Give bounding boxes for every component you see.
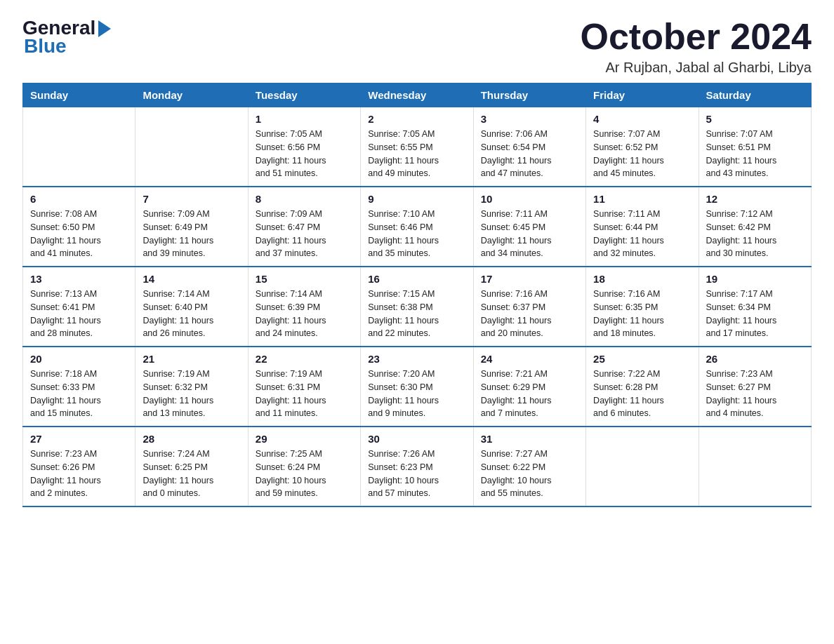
table-row: 14Sunrise: 7:14 AMSunset: 6:40 PMDayligh… xyxy=(135,267,248,347)
table-row: 28Sunrise: 7:24 AMSunset: 6:25 PMDayligh… xyxy=(135,427,248,507)
table-row: 21Sunrise: 7:19 AMSunset: 6:32 PMDayligh… xyxy=(135,347,248,427)
calendar-week-row: 27Sunrise: 7:23 AMSunset: 6:26 PMDayligh… xyxy=(23,427,812,507)
day-number: 12 xyxy=(706,193,804,205)
day-number: 28 xyxy=(143,433,240,445)
day-info: Sunrise: 7:24 AMSunset: 6:25 PMDaylight:… xyxy=(143,448,240,500)
day-number: 2 xyxy=(368,113,465,125)
day-number: 14 xyxy=(143,273,240,285)
day-info: Sunrise: 7:16 AMSunset: 6:35 PMDaylight:… xyxy=(593,288,691,340)
col-wednesday: Wednesday xyxy=(361,83,473,107)
day-number: 4 xyxy=(593,113,691,125)
day-number: 13 xyxy=(30,273,128,285)
table-row: 24Sunrise: 7:21 AMSunset: 6:29 PMDayligh… xyxy=(473,347,585,427)
calendar-week-row: 1Sunrise: 7:05 AMSunset: 6:56 PMDaylight… xyxy=(23,107,812,187)
day-number: 27 xyxy=(30,433,128,445)
day-number: 10 xyxy=(481,193,578,205)
day-number: 24 xyxy=(481,353,578,365)
day-number: 15 xyxy=(256,273,353,285)
day-info: Sunrise: 7:05 AMSunset: 6:55 PMDaylight:… xyxy=(368,128,465,180)
day-info: Sunrise: 7:09 AMSunset: 6:49 PMDaylight:… xyxy=(143,208,240,260)
table-row: 15Sunrise: 7:14 AMSunset: 6:39 PMDayligh… xyxy=(248,267,360,347)
day-number: 21 xyxy=(143,353,240,365)
day-info: Sunrise: 7:11 AMSunset: 6:45 PMDaylight:… xyxy=(481,208,578,260)
logo-blue-text: Blue xyxy=(22,35,67,58)
day-number: 29 xyxy=(256,433,353,445)
table-row: 9Sunrise: 7:10 AMSunset: 6:46 PMDaylight… xyxy=(361,187,473,267)
table-row: 29Sunrise: 7:25 AMSunset: 6:24 PMDayligh… xyxy=(248,427,360,507)
day-number: 5 xyxy=(706,113,804,125)
day-number: 1 xyxy=(256,113,353,125)
table-row: 22Sunrise: 7:19 AMSunset: 6:31 PMDayligh… xyxy=(248,347,360,427)
day-number: 16 xyxy=(368,273,465,285)
page-header: General Blue October 2024 Ar Rujban, Jab… xyxy=(22,17,812,76)
title-area: October 2024 Ar Rujban, Jabal al Gharbi,… xyxy=(581,17,812,76)
table-row: 2Sunrise: 7:05 AMSunset: 6:55 PMDaylight… xyxy=(361,107,473,187)
day-number: 17 xyxy=(481,273,578,285)
day-info: Sunrise: 7:23 AMSunset: 6:27 PMDaylight:… xyxy=(706,368,804,420)
calendar-table: Sunday Monday Tuesday Wednesday Thursday… xyxy=(22,83,812,507)
table-row: 12Sunrise: 7:12 AMSunset: 6:42 PMDayligh… xyxy=(699,187,811,267)
table-row: 18Sunrise: 7:16 AMSunset: 6:35 PMDayligh… xyxy=(586,267,699,347)
day-number: 22 xyxy=(256,353,353,365)
day-number: 9 xyxy=(368,193,465,205)
col-sunday: Sunday xyxy=(23,83,135,107)
table-row: 13Sunrise: 7:13 AMSunset: 6:41 PMDayligh… xyxy=(23,267,135,347)
table-row: 30Sunrise: 7:26 AMSunset: 6:23 PMDayligh… xyxy=(361,427,473,507)
col-friday: Friday xyxy=(586,83,699,107)
day-info: Sunrise: 7:11 AMSunset: 6:44 PMDaylight:… xyxy=(593,208,691,260)
col-thursday: Thursday xyxy=(473,83,585,107)
day-number: 6 xyxy=(30,193,128,205)
day-info: Sunrise: 7:12 AMSunset: 6:42 PMDaylight:… xyxy=(706,208,804,260)
table-row: 3Sunrise: 7:06 AMSunset: 6:54 PMDaylight… xyxy=(473,107,585,187)
day-number: 3 xyxy=(481,113,578,125)
location-text: Ar Rujban, Jabal al Gharbi, Libya xyxy=(581,60,812,76)
month-title: October 2024 xyxy=(581,17,812,57)
col-monday: Monday xyxy=(135,83,248,107)
table-row xyxy=(586,427,699,507)
day-info: Sunrise: 7:15 AMSunset: 6:38 PMDaylight:… xyxy=(368,288,465,340)
day-info: Sunrise: 7:08 AMSunset: 6:50 PMDaylight:… xyxy=(30,208,128,260)
day-info: Sunrise: 7:07 AMSunset: 6:51 PMDaylight:… xyxy=(706,128,804,180)
day-info: Sunrise: 7:10 AMSunset: 6:46 PMDaylight:… xyxy=(368,208,465,260)
day-number: 11 xyxy=(593,193,691,205)
day-info: Sunrise: 7:18 AMSunset: 6:33 PMDaylight:… xyxy=(30,368,128,420)
day-number: 7 xyxy=(143,193,240,205)
day-info: Sunrise: 7:27 AMSunset: 6:22 PMDaylight:… xyxy=(481,448,578,500)
table-row: 11Sunrise: 7:11 AMSunset: 6:44 PMDayligh… xyxy=(586,187,699,267)
day-info: Sunrise: 7:19 AMSunset: 6:31 PMDaylight:… xyxy=(256,368,353,420)
day-info: Sunrise: 7:20 AMSunset: 6:30 PMDaylight:… xyxy=(368,368,465,420)
day-number: 8 xyxy=(256,193,353,205)
table-row: 27Sunrise: 7:23 AMSunset: 6:26 PMDayligh… xyxy=(23,427,135,507)
table-row xyxy=(135,107,248,187)
day-number: 25 xyxy=(593,353,691,365)
day-number: 20 xyxy=(30,353,128,365)
day-info: Sunrise: 7:14 AMSunset: 6:39 PMDaylight:… xyxy=(256,288,353,340)
table-row: 6Sunrise: 7:08 AMSunset: 6:50 PMDaylight… xyxy=(23,187,135,267)
day-info: Sunrise: 7:13 AMSunset: 6:41 PMDaylight:… xyxy=(30,288,128,340)
day-info: Sunrise: 7:06 AMSunset: 6:54 PMDaylight:… xyxy=(481,128,578,180)
table-row: 8Sunrise: 7:09 AMSunset: 6:47 PMDaylight… xyxy=(248,187,360,267)
table-row: 5Sunrise: 7:07 AMSunset: 6:51 PMDaylight… xyxy=(699,107,811,187)
day-info: Sunrise: 7:25 AMSunset: 6:24 PMDaylight:… xyxy=(256,448,353,500)
day-number: 23 xyxy=(368,353,465,365)
table-row: 25Sunrise: 7:22 AMSunset: 6:28 PMDayligh… xyxy=(586,347,699,427)
table-row: 23Sunrise: 7:20 AMSunset: 6:30 PMDayligh… xyxy=(361,347,473,427)
table-row: 4Sunrise: 7:07 AMSunset: 6:52 PMDaylight… xyxy=(586,107,699,187)
day-info: Sunrise: 7:22 AMSunset: 6:28 PMDaylight:… xyxy=(593,368,691,420)
table-row: 16Sunrise: 7:15 AMSunset: 6:38 PMDayligh… xyxy=(361,267,473,347)
day-info: Sunrise: 7:23 AMSunset: 6:26 PMDaylight:… xyxy=(30,448,128,500)
table-row: 26Sunrise: 7:23 AMSunset: 6:27 PMDayligh… xyxy=(699,347,811,427)
day-info: Sunrise: 7:21 AMSunset: 6:29 PMDaylight:… xyxy=(481,368,578,420)
calendar-header-row: Sunday Monday Tuesday Wednesday Thursday… xyxy=(23,83,812,107)
logo: General Blue xyxy=(22,17,111,58)
day-info: Sunrise: 7:09 AMSunset: 6:47 PMDaylight:… xyxy=(256,208,353,260)
day-info: Sunrise: 7:07 AMSunset: 6:52 PMDaylight:… xyxy=(593,128,691,180)
table-row: 7Sunrise: 7:09 AMSunset: 6:49 PMDaylight… xyxy=(135,187,248,267)
day-number: 31 xyxy=(481,433,578,445)
table-row: 20Sunrise: 7:18 AMSunset: 6:33 PMDayligh… xyxy=(23,347,135,427)
table-row xyxy=(23,107,135,187)
day-info: Sunrise: 7:19 AMSunset: 6:32 PMDaylight:… xyxy=(143,368,240,420)
day-info: Sunrise: 7:16 AMSunset: 6:37 PMDaylight:… xyxy=(481,288,578,340)
table-row: 31Sunrise: 7:27 AMSunset: 6:22 PMDayligh… xyxy=(473,427,585,507)
table-row: 17Sunrise: 7:16 AMSunset: 6:37 PMDayligh… xyxy=(473,267,585,347)
